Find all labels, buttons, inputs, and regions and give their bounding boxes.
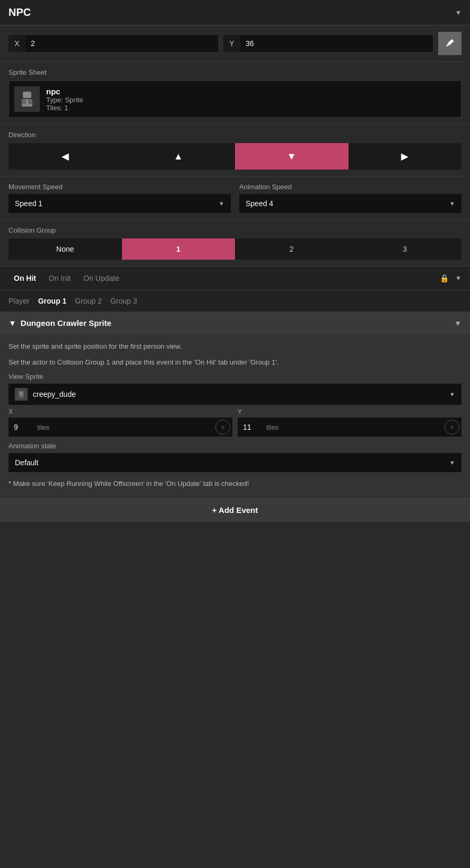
add-event-button[interactable]: + Add Event <box>212 506 258 515</box>
view-sprite-chevron-icon: ▼ <box>449 391 455 397</box>
note-text: * Make sure 'Keep Running While Offscree… <box>8 479 462 489</box>
subtab-group3[interactable]: Group 3 <box>110 290 137 312</box>
event-desc-1: Set the sprite and sprite position for t… <box>8 341 462 352</box>
anim-state-label: Animation state <box>8 442 462 450</box>
x-tile-unit: tiles <box>37 423 211 431</box>
svg-rect-1 <box>23 92 31 98</box>
y-tile-group: Y tiles ○ <box>238 408 462 437</box>
direction-up-button[interactable]: ▲ <box>122 143 236 170</box>
sprite-tiles: Tiles: 1 <box>46 104 83 112</box>
view-sprite-select[interactable]: creepy_dude ▼ <box>8 384 462 405</box>
event-block-title-text: Dungeon Crawler Sprite <box>21 318 111 327</box>
panel-title: NPC <box>8 6 31 19</box>
event-block: ▼ Dungeon Crawler Sprite ▼ Set the sprit… <box>0 312 470 497</box>
movement-speed-label: Movement Speed <box>8 183 231 191</box>
collision-group-section: Collision Group None 1 2 3 <box>0 220 470 267</box>
y-tile-input-row: tiles ○ <box>238 418 462 437</box>
y-tile-unit: tiles <box>266 423 440 431</box>
event-block-header[interactable]: ▼ Dungeon Crawler Sprite ▼ <box>0 312 470 334</box>
header-chevron-icon: ▼ <box>455 9 462 16</box>
svg-rect-6 <box>20 392 23 393</box>
anim-state-select[interactable]: Default <box>8 453 462 472</box>
pin-button[interactable] <box>438 32 462 55</box>
y-coord-group: Y <box>223 35 433 52</box>
collision-3-button[interactable]: 3 <box>349 238 462 260</box>
view-sprite-label: View Sprite <box>8 373 462 380</box>
x-tile-group: X tiles ○ <box>8 408 232 437</box>
event-block-title: ▼ Dungeon Crawler Sprite <box>8 318 111 327</box>
view-sprite-value: creepy_dude <box>33 390 444 398</box>
collision-1-button[interactable]: 1 <box>122 238 236 260</box>
add-event-bar[interactable]: + Add Event <box>0 498 470 522</box>
speed-section: Movement Speed Speed 1 Speed 2 Speed 3 S… <box>0 176 470 220</box>
x-coord-group: X <box>8 35 218 52</box>
coordinates-section: X Y <box>0 25 470 62</box>
direction-label: Direction <box>8 131 462 139</box>
panel-header: NPC ▼ <box>0 0 470 25</box>
coord-row: X Y <box>8 32 462 55</box>
animation-speed-select-wrapper: Speed 1 Speed 2 Speed 3 Speed 4 <box>239 194 462 213</box>
subtab-group1[interactable]: Group 1 <box>38 290 67 312</box>
svg-rect-4 <box>28 99 32 104</box>
view-sprite-icon <box>15 388 28 401</box>
animation-speed-select[interactable]: Speed 1 Speed 2 Speed 3 Speed 4 <box>239 194 462 213</box>
movement-speed-select[interactable]: Speed 1 Speed 2 Speed 3 Speed 4 <box>8 194 231 213</box>
y-tile-circle-button[interactable]: ○ <box>445 420 459 435</box>
subtab-player[interactable]: Player <box>8 290 30 312</box>
movement-speed-group: Movement Speed Speed 1 Speed 2 Speed 3 S… <box>8 183 231 213</box>
animation-speed-label: Animation Speed <box>239 183 462 191</box>
sprite-name: npc <box>46 87 83 96</box>
collision-2-button[interactable]: 2 <box>235 238 349 260</box>
tab-on-hit[interactable]: On Hit <box>8 267 41 290</box>
event-desc-2: Set the actor to Collision Group 1 and p… <box>8 357 462 368</box>
y-tile-input[interactable] <box>238 419 264 436</box>
speed-row: Movement Speed Speed 1 Speed 2 Speed 3 S… <box>8 183 462 213</box>
event-block-content: Set the sprite and sprite position for t… <box>0 334 470 497</box>
collision-buttons: None 1 2 3 <box>8 238 462 260</box>
y-tile-label: Y <box>238 408 462 415</box>
sprite-type: Type: Sprite <box>46 96 83 104</box>
anim-state-select-wrapper: Default <box>8 453 462 472</box>
sprite-sheet-section: Sprite Sheet npc Type: Sprite Tiles: 1 <box>0 62 470 125</box>
tab-on-init[interactable]: On Init <box>43 267 76 290</box>
svg-rect-7 <box>20 394 23 395</box>
x-tile-label: X <box>8 408 232 415</box>
lock-icon[interactable]: 🔒 <box>440 274 449 282</box>
tabs-chevron-icon[interactable]: ▼ <box>455 274 462 282</box>
collision-group-label: Collision Group <box>8 226 462 234</box>
y-input[interactable] <box>240 35 433 52</box>
sprite-info: npc Type: Sprite Tiles: 1 <box>46 87 83 112</box>
tab-on-update[interactable]: On Update <box>78 267 125 290</box>
event-block-chevron-right-icon: ▼ <box>454 319 462 327</box>
npc-panel: NPC ▼ X Y Sprite Sheet <box>0 0 470 522</box>
svg-rect-3 <box>22 99 26 104</box>
x-tile-circle-button[interactable]: ○ <box>215 420 230 435</box>
direction-down-button[interactable]: ▼ <box>235 143 349 170</box>
direction-buttons: ◀ ▲ ▼ ▶ <box>8 143 462 170</box>
animation-speed-group: Animation Speed Speed 1 Speed 2 Speed 3 … <box>239 183 462 213</box>
collision-none-button[interactable]: None <box>8 238 122 260</box>
x-tile-input-row: tiles ○ <box>8 418 232 437</box>
sprite-thumbnail <box>14 86 40 112</box>
y-label: Y <box>223 35 240 52</box>
x-tile-input[interactable] <box>8 419 35 436</box>
subtabs-bar: Player Group 1 Group 2 Group 3 <box>0 290 470 312</box>
xy-row: X tiles ○ Y tiles ○ <box>8 408 462 437</box>
x-label: X <box>8 35 25 52</box>
x-input[interactable] <box>25 35 218 52</box>
subtab-group2[interactable]: Group 2 <box>75 290 102 312</box>
tabs-icons: 🔒 ▼ <box>440 274 462 282</box>
tabs-bar: On Hit On Init On Update 🔒 ▼ <box>0 267 470 290</box>
direction-right-button[interactable]: ▶ <box>349 143 462 170</box>
sprite-sheet-box[interactable]: npc Type: Sprite Tiles: 1 <box>8 81 462 118</box>
sprite-sheet-label: Sprite Sheet <box>8 68 462 76</box>
direction-section: Direction ◀ ▲ ▼ ▶ <box>0 125 470 176</box>
movement-speed-select-wrapper: Speed 1 Speed 2 Speed 3 Speed 4 <box>8 194 231 213</box>
event-block-chevron-left: ▼ <box>8 318 16 327</box>
direction-left-button[interactable]: ◀ <box>8 143 122 170</box>
